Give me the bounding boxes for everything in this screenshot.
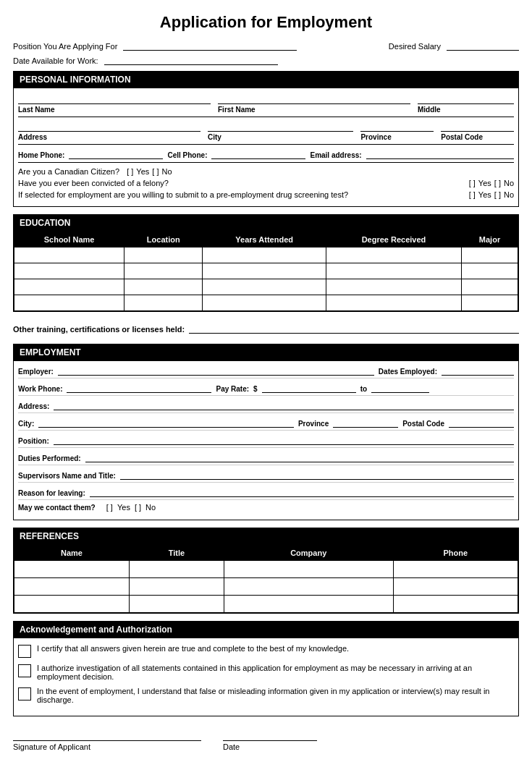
first-name-field: First Name: [218, 91, 410, 114]
province-input[interactable]: [360, 119, 434, 132]
emp-province-input[interactable]: [333, 416, 398, 428]
ack-text-1: I certify that all answers given herein …: [37, 644, 349, 653]
edu-row: [14, 263, 518, 279]
date-input[interactable]: [223, 728, 317, 741]
emp-supervisor-input[interactable]: [120, 468, 514, 480]
ref-row: [14, 561, 518, 578]
citizen-yes-label: Yes: [136, 167, 149, 176]
emp-address-input[interactable]: [54, 399, 514, 410]
dates-employed-input[interactable]: [442, 364, 514, 376]
signature-field: Signature of Applicant: [13, 728, 201, 751]
date-field: Date: [223, 728, 317, 751]
employer-label: Employer:: [18, 368, 54, 376]
other-training-input[interactable]: [189, 322, 519, 334]
home-phone-label: Home Phone:: [18, 151, 64, 159]
address-input[interactable]: [18, 119, 200, 132]
emp-position-row: Position:: [18, 433, 514, 448]
felony-yes-label: Yes: [478, 179, 491, 187]
ref-row: [14, 578, 518, 596]
references-section: REFERENCES Name Title Company Phone: [13, 528, 519, 614]
city-label: City: [208, 133, 354, 141]
felony-row: Have you ever been convicted of a felony…: [18, 179, 514, 187]
edu-col-years: Years Attended: [203, 232, 326, 247]
education-section: EDUCATION School Name Location Years Att…: [13, 214, 519, 312]
desired-salary-input[interactable]: [447, 39, 519, 51]
ref-col-company: Company: [224, 546, 393, 561]
address-row: Address City Province Postal Code: [18, 119, 514, 145]
middle-label: Middle: [418, 106, 514, 114]
employment-section: EMPLOYMENT Employer: Dates Employed: Wor…: [13, 344, 519, 520]
pay-rate-input[interactable]: [262, 381, 356, 393]
citizen-no-label: No: [161, 167, 172, 176]
page-title: Application for Employment: [13, 13, 519, 32]
ref-row: [14, 596, 518, 613]
pay-rate-label: Pay Rate:: [216, 385, 249, 393]
employment-content: Employer: Dates Employed: Work Phone: Pa…: [14, 361, 518, 520]
felony-no-label: No: [504, 179, 514, 187]
felony-question: Have you ever been convicted of a felony…: [18, 179, 169, 187]
personal-section: PERSONAL INFORMATION Last Name First Nam…: [13, 71, 519, 207]
emp-reason-input[interactable]: [90, 486, 514, 497]
ack-checkbox-3[interactable]: [18, 687, 31, 701]
address-field: Address: [18, 119, 200, 141]
ack-checkbox-1[interactable]: [18, 645, 31, 658]
acknowledgement-section: Acknowledgement and Authorization I cert…: [13, 621, 519, 716]
ref-col-title: Title: [129, 546, 224, 561]
ack-item-3: In the event of employment, I understand…: [18, 687, 514, 704]
first-name-input[interactable]: [218, 91, 410, 104]
contact-bracket-no: [ ]: [135, 503, 141, 512]
emp-address-row: Address:: [18, 399, 514, 413]
emp-postal-label: Postal Code: [402, 420, 444, 428]
edu-col-degree: Degree Received: [326, 232, 461, 247]
emp-city-input[interactable]: [38, 416, 294, 428]
last-name-label: Last Name: [18, 106, 211, 114]
work-phone-input[interactable]: [67, 381, 211, 393]
email-input[interactable]: [366, 148, 514, 159]
edu-col-location: Location: [124, 232, 203, 247]
desired-salary-label: Desired Salary: [389, 42, 441, 51]
contact-no-label: No: [145, 503, 156, 512]
emp-postal-input[interactable]: [449, 416, 514, 428]
workphone-row: Work Phone: Pay Rate: $ to: [18, 381, 514, 396]
emp-city-label: City:: [18, 420, 34, 428]
position-row: Position You Are Applying For Desired Sa…: [13, 39, 519, 51]
emp-position-input[interactable]: [54, 433, 514, 445]
last-name-input[interactable]: [18, 91, 211, 104]
signature-input[interactable]: [13, 728, 201, 741]
canadian-question: Are you a Canadian Citizen?: [18, 167, 119, 176]
position-label: Position You Are Applying For: [13, 42, 117, 51]
to-label: to: [360, 385, 367, 393]
position-input[interactable]: [123, 39, 297, 51]
felony-bracket-no: [ ]: [494, 179, 501, 187]
education-header: EDUCATION: [14, 215, 518, 232]
postal-code-field: Postal Code: [441, 119, 514, 141]
middle-input[interactable]: [418, 91, 514, 104]
name-row: Last Name First Name Middle: [18, 91, 514, 117]
ack-checkbox-2[interactable]: [18, 664, 31, 677]
edu-row: [14, 279, 518, 295]
city-input[interactable]: [208, 119, 354, 132]
other-training-label: Other training, certifications or licens…: [13, 325, 185, 334]
drug-yes-label: Yes: [478, 190, 491, 199]
personal-header: PERSONAL INFORMATION: [14, 72, 518, 88]
pay-rate-to-input[interactable]: [371, 381, 429, 393]
postal-code-input[interactable]: [441, 119, 514, 132]
references-header: REFERENCES: [14, 528, 518, 545]
emp-duties-input[interactable]: [85, 451, 514, 462]
dollar-sign: $: [253, 385, 258, 393]
edu-col-major: Major: [462, 232, 518, 247]
province-label: Province: [360, 133, 434, 141]
drug-bracket-no: [ ]: [494, 190, 501, 199]
home-phone-input[interactable]: [69, 148, 163, 159]
employer-input[interactable]: [58, 364, 374, 376]
date-available-input[interactable]: [104, 54, 278, 65]
citizen-bracket-open: [ ]: [122, 167, 133, 176]
ack-header: Acknowledgement and Authorization: [14, 622, 518, 638]
work-phone-label: Work Phone:: [18, 385, 62, 393]
education-table: School Name Location Years Attended Degr…: [14, 232, 518, 311]
address-label: Address: [18, 133, 200, 141]
citizen-bracket-no: [ ]: [152, 167, 159, 176]
employer-row: Employer: Dates Employed:: [18, 364, 514, 378]
cell-phone-input[interactable]: [211, 148, 305, 159]
emp-duties-label: Duties Performed:: [18, 454, 81, 462]
